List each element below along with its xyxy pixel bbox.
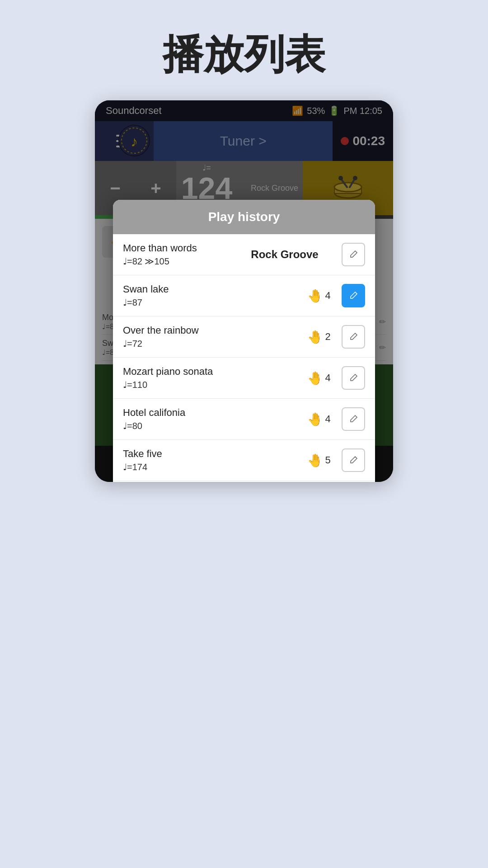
row-3-info: Over the rainbow ♩=72 — [123, 325, 296, 349]
history-row-6[interactable]: Take five ♩=174 🤚 5 — [113, 440, 375, 481]
row-3-hand-icon: 🤚 — [307, 330, 323, 344]
row-4-beat: 🤚 4 — [301, 371, 337, 386]
row-6-bpm: ♩=174 — [123, 462, 296, 472]
row-4-info: Mozart piano sonata ♩=110 — [123, 366, 296, 390]
row-6-hand-icon: 🤚 — [307, 453, 323, 468]
row-5-title: Hotel califonia — [123, 407, 296, 419]
row-3-edit-button[interactable] — [342, 325, 365, 349]
row-6-info: Take five ♩=174 — [123, 448, 296, 472]
row-2-edit-button[interactable] — [342, 284, 365, 307]
row-2-bpm: ♩=87 — [123, 297, 296, 308]
history-row-7[interactable]: Hey jude ♩=78 🤚 4 — [113, 481, 375, 482]
row-4-edit-button[interactable] — [342, 366, 365, 390]
phone-frame: Soundcorset 📶 53% 🔋 PM 12:05 ♪ — [95, 100, 393, 482]
row-6-edit-button[interactable] — [342, 448, 365, 472]
row-4-hand-icon: 🤚 — [307, 371, 323, 386]
page-title: 播放列表 — [0, 0, 488, 100]
row-2-title: Swan lake — [123, 283, 296, 295]
row-5-beat-count: 4 — [325, 413, 330, 425]
row-6-beat-count: 5 — [325, 454, 330, 466]
row-2-hand-icon: 🤚 — [307, 288, 323, 303]
play-history-modal: Play history More than words ♩=82 ≫105 R… — [113, 200, 375, 482]
history-row-1[interactable]: More than words ♩=82 ≫105 Rock Groove — [113, 234, 375, 275]
row-5-edit-button[interactable] — [342, 407, 365, 431]
row-3-title: Over the rainbow — [123, 325, 296, 336]
row-6-title: Take five — [123, 448, 296, 460]
row-1-bpm: ♩=82 ≫105 — [123, 256, 228, 267]
row-3-beat: 🤚 2 — [301, 330, 337, 344]
row-5-bpm: ♩=80 — [123, 420, 296, 431]
history-row-2[interactable]: Swan lake ♩=87 🤚 4 — [113, 275, 375, 316]
row-5-info: Hotel califonia ♩=80 — [123, 407, 296, 431]
row-6-beat: 🤚 5 — [301, 453, 337, 468]
row-5-hand-icon: 🤚 — [307, 412, 323, 427]
history-row-4[interactable]: Mozart piano sonata ♩=110 🤚 4 — [113, 358, 375, 399]
modal-overlay: Play history More than words ♩=82 ≫105 R… — [95, 100, 393, 482]
row-1-edit-button[interactable] — [342, 243, 365, 266]
modal-title: Play history — [208, 210, 280, 224]
modal-header: Play history — [113, 200, 375, 234]
row-3-bpm: ♩=72 — [123, 338, 296, 349]
row-1-genre: Rock Groove — [232, 248, 337, 261]
modal-list: More than words ♩=82 ≫105 Rock Groove Sw… — [113, 234, 375, 482]
row-4-bpm: ♩=110 — [123, 379, 296, 390]
row-1-info: More than words ♩=82 ≫105 — [123, 242, 228, 267]
row-2-info: Swan lake ♩=87 — [123, 283, 296, 308]
row-4-title: Mozart piano sonata — [123, 366, 296, 377]
row-3-beat-count: 2 — [325, 331, 330, 343]
row-4-beat-count: 4 — [325, 372, 330, 384]
history-row-3[interactable]: Over the rainbow ♩=72 🤚 2 — [113, 316, 375, 358]
row-1-title: More than words — [123, 242, 228, 254]
row-2-beat-count: 4 — [325, 290, 330, 302]
row-5-beat: 🤚 4 — [301, 412, 337, 427]
row-2-beat: 🤚 4 — [301, 288, 337, 303]
history-row-5[interactable]: Hotel califonia ♩=80 🤚 4 — [113, 399, 375, 440]
